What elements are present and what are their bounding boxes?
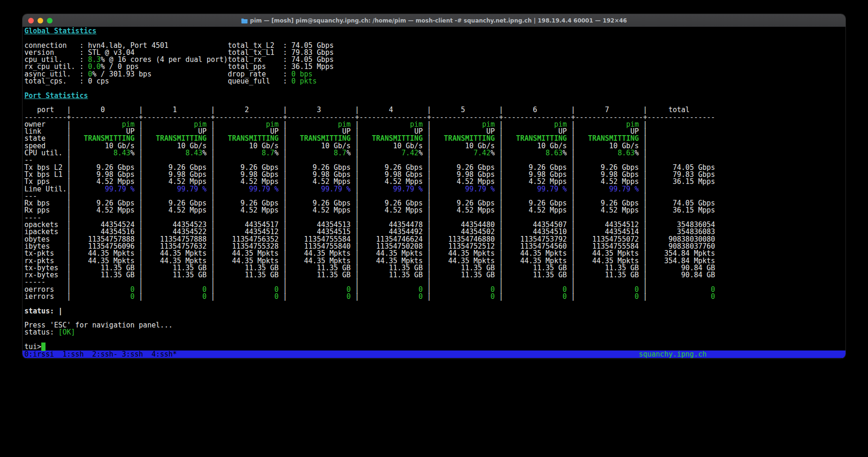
blank-line xyxy=(23,85,845,92)
port-table-row-ierrors: ierrors | 0 | 0 | 0 | 0 | 0 | 0 | 0 | 0 … xyxy=(23,293,845,300)
status-spinner-line: status: | xyxy=(23,308,845,315)
folder-icon xyxy=(241,18,248,23)
status-ok-line: status: [OK] xyxy=(23,329,845,336)
blank-line xyxy=(23,336,845,343)
close-button[interactable] xyxy=(28,18,34,23)
zoom-button[interactable] xyxy=(47,18,53,23)
blank-line xyxy=(23,300,845,307)
terminal-output: Global Statisticsconnection : hvn4.lab, … xyxy=(23,28,845,358)
tmux-status-bar: 0:irssi 1:ssh 2:ssh- 3:ssh 4:ssh* squanc… xyxy=(23,350,845,358)
window-controls xyxy=(28,14,53,27)
global-stats-heading: Global Statistics xyxy=(23,28,845,35)
window-titlebar[interactable]: pim — [mosh] pim@squanchy.ipng.ch: /home… xyxy=(23,14,845,27)
global-stats-row: total_cps. : 0 cps queue_full : 0 pkts xyxy=(23,78,845,85)
terminal-window: pim — [mosh] pim@squanchy.ipng.ch: /home… xyxy=(23,14,845,358)
minimize-button[interactable] xyxy=(38,18,43,23)
window-title-text: pim — [mosh] pim@squanchy.ipng.ch: /home… xyxy=(250,17,627,24)
text-cursor xyxy=(41,343,46,351)
tui-prompt[interactable]: tui> xyxy=(23,343,845,350)
window-title: pim — [mosh] pim@squanchy.ipng.ch: /home… xyxy=(241,17,627,24)
terminal-screen[interactable]: Global Statisticsconnection : hvn4.lab, … xyxy=(23,27,845,358)
esc-hint-line: Press 'ESC' for navigation panel... xyxy=(23,322,845,329)
port-stats-heading: Port Statistics xyxy=(23,92,845,99)
